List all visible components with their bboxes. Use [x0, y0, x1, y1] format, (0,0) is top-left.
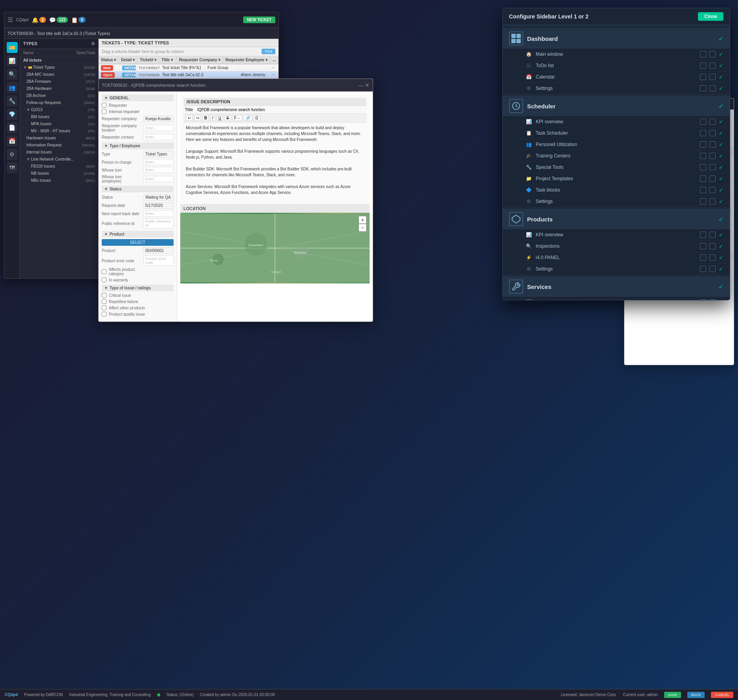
config-checkbox-1[interactable] — [700, 254, 706, 261]
list-item[interactable]: NBx Issues (9/21) — [20, 177, 98, 184]
in-warranty-checkbox[interactable] — [102, 278, 106, 282]
config-checkbox-2[interactable] — [709, 130, 716, 136]
sidebar-icon-reports[interactable]: 📄 — [7, 122, 18, 133]
internal-requester-checkbox[interactable] — [102, 109, 106, 114]
list-item[interactable]: FB100 Issues (9/16) — [20, 163, 98, 170]
print-button[interactable]: Print — [262, 49, 275, 54]
italic-button[interactable]: I — [210, 115, 215, 121]
more-format-button[interactable]: F→ — [232, 115, 242, 121]
critical-issue-checkbox[interactable] — [102, 293, 106, 298]
list-item[interactable]: 2BA Hardware (5/39) — [20, 85, 98, 92]
hamburger-icon[interactable]: ☰ — [7, 16, 13, 24]
sidebar-icon-calendar[interactable]: 📅 — [7, 135, 18, 146]
list-item[interactable]: 2BA Firmware (7/17) — [20, 78, 98, 85]
config-checkbox-1[interactable] — [700, 266, 706, 272]
list-item[interactable]: BM Issues (1/1) — [20, 113, 98, 121]
undo-button[interactable]: ↩ — [186, 115, 193, 121]
list-item[interactable]: MV - MSR - HT Issues (0/5) — [20, 128, 98, 135]
underline-button[interactable]: U — [216, 115, 223, 121]
sidebar-icon-tickets[interactable]: 🎫 — [7, 42, 18, 53]
affect-other-checkbox[interactable] — [102, 305, 106, 310]
table-row[interactable]: Open DETAIL TCKT005630 Test title edit 2… — [99, 71, 278, 79]
list-item[interactable]: Information Request (29/151) — [20, 142, 98, 149]
config-checkbox-1[interactable] — [700, 299, 706, 300]
config-checkbox-1[interactable] — [700, 130, 706, 136]
redo-button[interactable]: ↪ — [194, 115, 201, 121]
list-item[interactable]: ▼ G2/G3 (7/8) — [20, 106, 98, 113]
configure-sidebar-modal: Configure Sidebar Level 1 or 2 Close Das… — [502, 8, 730, 300]
config-checkbox-2[interactable] — [709, 153, 716, 159]
config-checkbox-1[interactable] — [700, 243, 706, 249]
sidebar-icon-wrench[interactable]: 🔧 — [7, 95, 18, 106]
config-checkbox-2[interactable] — [709, 51, 716, 57]
config-checkbox-1[interactable] — [700, 232, 706, 238]
status-label: Status: (Online) — [167, 693, 194, 697]
config-checkbox-2[interactable] — [709, 85, 716, 91]
list-item[interactable]: ▼ Line Network Controlle... — [20, 156, 98, 163]
config-checkbox-2[interactable] — [709, 74, 716, 80]
config-checkbox-2[interactable] — [709, 119, 716, 125]
config-checkbox-2[interactable] — [709, 266, 716, 272]
minimize-icon[interactable]: — — [358, 82, 363, 88]
config-checkbox-2[interactable] — [709, 243, 716, 249]
config-checkbox-2[interactable] — [709, 62, 716, 69]
sidebar-icon-search[interactable]: 🔍 — [7, 69, 18, 80]
list-item[interactable]: DB Archive (1/1) — [20, 92, 98, 99]
config-checkbox-2[interactable] — [709, 164, 716, 170]
save-button[interactable]: SAVE — [664, 692, 681, 698]
list-item[interactable]: NB Issues (11/59) — [20, 170, 98, 177]
config-checkbox-2[interactable] — [709, 175, 716, 182]
new-ticket-button[interactable]: NEW TICKET — [243, 16, 275, 23]
sidebar-icon-map[interactable]: 🗺 — [7, 162, 18, 173]
product-quality-checkbox[interactable] — [102, 312, 106, 316]
zoom-in-button[interactable]: + — [359, 216, 366, 224]
config-checkbox-1[interactable] — [700, 62, 706, 69]
config-checkbox-1[interactable] — [700, 141, 706, 148]
clock-icon — [509, 99, 523, 113]
affects-product-checkbox[interactable] — [102, 269, 106, 274]
config-item-kpi-svc: 📊 KPI overview ✓ — [503, 297, 730, 300]
config-checkbox-1[interactable] — [700, 74, 706, 80]
sidebar-icon-settings[interactable]: ⚙ — [7, 149, 18, 160]
list-item[interactable]: 2BA M/C Issues (14/15) — [20, 71, 98, 78]
table-row[interactable]: New DETAIL TCKT005627 Test ticket Title … — [99, 64, 278, 71]
type-row-all[interactable]: All tickets — [20, 57, 98, 64]
close-icon[interactable]: ✕ — [365, 82, 370, 88]
config-checkbox-1[interactable] — [700, 85, 706, 91]
config-checkbox-1[interactable] — [700, 119, 706, 125]
sidebar-icon-products[interactable]: 💎 — [7, 109, 18, 120]
types-panel-settings[interactable]: ⚙ — [91, 41, 95, 46]
sidebar-icon-dashboard[interactable]: 📊 — [7, 55, 18, 66]
ticket-detail-window: TCKT005632 - IQPDB comprehensive search … — [98, 79, 373, 322]
list-item[interactable]: ▼ 🎫 Ticket Types (31/32) — [20, 64, 98, 71]
back-button[interactable]: BACK — [687, 692, 705, 698]
list-item[interactable]: MPA Issues (1/1) — [20, 121, 98, 128]
config-checkbox-2[interactable] — [709, 254, 716, 261]
zoom-out-button[interactable]: − — [359, 224, 366, 232]
link-button[interactable]: 🔗 — [244, 115, 252, 121]
list-item[interactable]: Hardware Issues (8/24) — [20, 135, 98, 142]
config-checkbox-2[interactable] — [709, 187, 716, 193]
config-checkbox-2[interactable] — [709, 198, 716, 205]
list-item[interactable]: Internal Issues (18/19) — [20, 149, 98, 156]
cancel-button[interactable]: CANCEL — [711, 692, 733, 698]
select-product-button[interactable]: SELECT — [102, 239, 174, 246]
config-checkbox-2[interactable] — [709, 141, 716, 148]
config-checkbox-1[interactable] — [700, 153, 706, 159]
strikethrough-button[interactable]: S — [224, 115, 231, 121]
config-checkbox-1[interactable] — [700, 198, 706, 205]
sidebar-icon-users[interactable]: 👥 — [7, 82, 18, 93]
list-item[interactable]: Follow-up Requests (20/20) — [20, 99, 98, 106]
repetitive-failure-checkbox[interactable] — [102, 299, 106, 304]
modal-close-button[interactable]: Close — [698, 12, 723, 21]
config-checkbox-1[interactable] — [700, 187, 706, 193]
omega-button[interactable]: Ω — [253, 115, 260, 121]
config-checkbox-2[interactable] — [709, 232, 716, 238]
config-checkbox-1[interactable] — [700, 51, 706, 57]
config-checkbox-1[interactable] — [700, 175, 706, 182]
message-badge-group: 💬 123 — [49, 17, 68, 23]
requester-checkbox[interactable] — [102, 103, 106, 108]
bold-button[interactable]: B — [202, 115, 209, 121]
config-checkbox-1[interactable] — [700, 164, 706, 170]
config-checkbox-2[interactable] — [709, 299, 716, 300]
